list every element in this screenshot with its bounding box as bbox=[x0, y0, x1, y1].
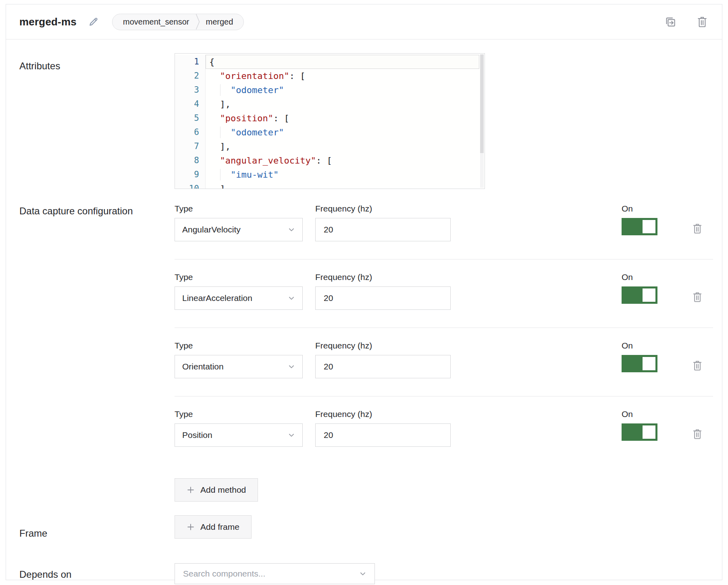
code-line-content: "imu-wit" bbox=[206, 168, 479, 182]
duplicate-icon bbox=[664, 16, 676, 28]
code-line: 8 "angular_velocity": [ bbox=[175, 154, 485, 168]
depends-on-section: Depends on bbox=[19, 563, 713, 585]
capture-enabled-toggle[interactable] bbox=[622, 218, 657, 235]
add-frame-label: Add frame bbox=[200, 522, 239, 532]
code-line: 3 "odometer" bbox=[175, 83, 485, 97]
edit-name-button[interactable] bbox=[87, 15, 100, 28]
trash-icon bbox=[692, 359, 703, 371]
delete-method-button[interactable] bbox=[691, 427, 703, 441]
add-method-button[interactable]: Add method bbox=[175, 478, 258, 502]
editor-scrollbar-thumb[interactable] bbox=[480, 54, 484, 153]
header-actions bbox=[664, 15, 709, 28]
code-line-content: ], bbox=[206, 139, 479, 154]
frame-section: Frame Add frame bbox=[19, 515, 713, 540]
data-capture-method-row: Type Position Frequency (hz) On bbox=[175, 396, 713, 465]
delete-method-button[interactable] bbox=[691, 359, 703, 372]
capture-type-value: Position bbox=[182, 430, 288, 440]
plus-icon bbox=[187, 486, 195, 494]
frame-label: Frame bbox=[19, 515, 175, 540]
depends-on-select[interactable] bbox=[175, 563, 375, 584]
line-number: 2 bbox=[175, 69, 206, 83]
capture-enabled-toggle[interactable] bbox=[622, 423, 657, 441]
depends-on-label: Depends on bbox=[19, 563, 175, 584]
attributes-label: Attributes bbox=[19, 53, 175, 189]
trash-icon bbox=[692, 291, 703, 303]
frequency-input[interactable] bbox=[315, 355, 451, 378]
data-capture-method-row: Type AngularVelocity Frequency (hz) On bbox=[175, 204, 713, 259]
editor-scrollbar[interactable] bbox=[480, 54, 484, 188]
code-line: 10 ] bbox=[175, 182, 485, 189]
depends-on-search-input[interactable] bbox=[183, 569, 359, 579]
capture-type-value: AngularVelocity bbox=[182, 225, 288, 234]
chevron-down-icon bbox=[288, 226, 295, 233]
code-line: 4 ], bbox=[175, 97, 485, 111]
code-line: 6 "odometer" bbox=[175, 125, 485, 139]
capture-type-select[interactable]: AngularVelocity bbox=[175, 218, 303, 241]
frequency-input[interactable] bbox=[315, 218, 451, 241]
chevron-down-icon bbox=[359, 570, 366, 577]
data-capture-label: Data capture configuration bbox=[19, 204, 175, 502]
code-line: 2 "orientation": [ bbox=[175, 69, 485, 83]
attributes-json-editor[interactable]: 1{2 "orientation": [3 "odometer"4 ],5 "p… bbox=[175, 53, 485, 189]
frequency-input[interactable] bbox=[315, 286, 451, 310]
capture-enabled-toggle[interactable] bbox=[622, 355, 657, 372]
component-header: merged-ms movement_sensor merged bbox=[6, 4, 722, 39]
add-method-label: Add method bbox=[200, 485, 246, 495]
plus-icon bbox=[187, 523, 195, 531]
type-label: Type bbox=[175, 204, 303, 214]
toggle-on-label: On bbox=[622, 272, 657, 282]
line-number: 9 bbox=[175, 168, 206, 182]
attributes-section: Attributes 1{2 "orientation": [3 "odomet… bbox=[19, 53, 713, 189]
code-line-content: ] bbox=[206, 182, 479, 189]
code-line-content: "orientation": [ bbox=[206, 69, 479, 83]
line-number: 10 bbox=[175, 182, 206, 189]
code-line-content: "angular_velocity": [ bbox=[206, 154, 479, 168]
code-line-content: "odometer" bbox=[206, 125, 479, 139]
component-body: Attributes 1{2 "orientation": [3 "odomet… bbox=[6, 53, 722, 585]
component-card: merged-ms movement_sensor merged bbox=[6, 4, 722, 580]
line-number: 7 bbox=[175, 139, 206, 154]
type-label: Type bbox=[175, 341, 303, 351]
data-capture-section: Data capture configuration Type AngularV… bbox=[19, 204, 713, 502]
data-capture-method-row: Type LinearAcceleration Frequency (hz) O… bbox=[175, 259, 713, 328]
toggle-on-label: On bbox=[622, 409, 657, 419]
capture-type-select[interactable]: Position bbox=[175, 423, 303, 447]
frequency-label: Frequency (hz) bbox=[315, 272, 451, 282]
toggle-knob bbox=[643, 288, 655, 302]
capture-type-value: Orientation bbox=[182, 362, 288, 371]
data-capture-rows: Type AngularVelocity Frequency (hz) On bbox=[175, 204, 713, 502]
trash-icon bbox=[692, 428, 703, 440]
code-line-content: ], bbox=[206, 97, 479, 111]
line-number: 1 bbox=[175, 55, 206, 69]
delete-method-button[interactable] bbox=[691, 290, 703, 304]
add-frame-button[interactable]: Add frame bbox=[175, 515, 252, 539]
type-label: Type bbox=[175, 272, 303, 282]
trash-icon bbox=[696, 15, 708, 28]
line-number: 4 bbox=[175, 97, 206, 111]
duplicate-component-button[interactable] bbox=[664, 15, 677, 28]
toggle-on-label: On bbox=[622, 341, 657, 351]
line-number: 6 bbox=[175, 125, 206, 139]
frequency-input[interactable] bbox=[315, 423, 451, 447]
type-label: Type bbox=[175, 409, 303, 419]
component-type: movement_sensor bbox=[123, 17, 189, 27]
data-capture-method-row: Type Orientation Frequency (hz) On bbox=[175, 328, 713, 396]
code-line-content: "odometer" bbox=[206, 83, 479, 97]
pencil-icon bbox=[88, 17, 99, 27]
code-lines: 1{2 "orientation": [3 "odometer"4 ],5 "p… bbox=[175, 55, 485, 189]
component-model: merged bbox=[206, 17, 233, 27]
toggle-knob bbox=[643, 425, 655, 439]
code-line: 7 ], bbox=[175, 139, 485, 154]
toggle-knob bbox=[643, 220, 655, 233]
frequency-label: Frequency (hz) bbox=[315, 409, 451, 419]
chevron-down-icon bbox=[288, 431, 295, 439]
chevron-down-icon bbox=[288, 363, 295, 370]
capture-type-select[interactable]: Orientation bbox=[175, 355, 303, 378]
delete-method-button[interactable] bbox=[691, 222, 703, 235]
component-name: merged-ms bbox=[19, 16, 77, 28]
delete-component-button[interactable] bbox=[696, 15, 709, 28]
capture-type-select[interactable]: LinearAcceleration bbox=[175, 286, 303, 310]
capture-enabled-toggle[interactable] bbox=[622, 286, 657, 304]
line-number: 3 bbox=[175, 83, 206, 97]
code-line-content: { bbox=[206, 55, 479, 69]
